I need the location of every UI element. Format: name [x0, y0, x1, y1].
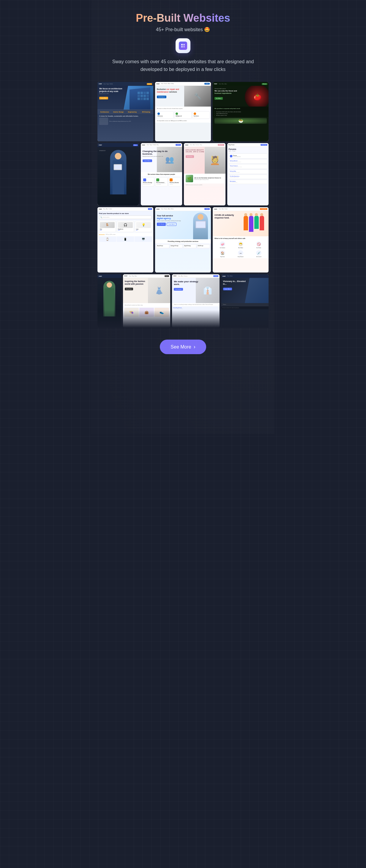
car-body: We want to reduce the risk of break down…: [157, 108, 209, 110]
biz-headline: Changing the way to do business.: [143, 150, 169, 155]
page-header: Pre-Built Websites 45+ Pre-built website…: [97, 12, 269, 73]
sway-logo-icon: [180, 43, 186, 48]
card-visionary[interactable]: SWAY Home About Visionary in... Elevated…: [221, 274, 269, 328]
svg-rect-1: [183, 44, 185, 45]
page-wrapper: Pre-Built Websites 45+ Pre-built website…: [91, 0, 275, 434]
card-guy-tablet[interactable]: SWAY Menu Strategy: [97, 143, 139, 206]
svg-rect-3: [183, 46, 185, 48]
agency-cta1[interactable]: Get Started: [157, 223, 166, 226]
card-shop[interactable]: SWAY Shop About Contact Cart Find your f…: [97, 207, 153, 273]
car-cta[interactable]: Get A Quote: [157, 96, 166, 98]
card-digital-agency[interactable]: SWAY Home Services About Works Contact: [155, 207, 211, 273]
header-description: Sway comes with over 45 complete website…: [109, 58, 257, 73]
arch-headline: We focus on architecture projects of any…: [99, 88, 124, 93]
covid-sub: What to do to keep yourself and others s…: [215, 238, 267, 239]
card-fashion[interactable]: SWAY Home Shop About New In 👗 Inspiring …: [123, 274, 170, 328]
svg-rect-2: [181, 46, 183, 48]
website-grid-row1: SWAY Home Pages Portfolio Contact: [97, 82, 269, 141]
covid-headline: COVID-19 solidarity response fund.: [215, 214, 241, 219]
card-worker[interactable]: SWAY: [97, 274, 121, 328]
card-forum[interactable]: Sway Forum Create Topic Forums Home → Fo…: [227, 143, 269, 206]
fashion-sub: A small and curvaceous false step: [125, 304, 168, 306]
see-more-label: See More: [171, 344, 191, 350]
sway-icon-box: [175, 38, 191, 53]
card-covid[interactable]: SWAY Home About Donate Donate Now: [213, 207, 269, 273]
fashion-headline: Inspiring the fashion world with passion: [125, 280, 150, 285]
agency-cta2[interactable]: Learn More: [167, 223, 176, 226]
forum-title: Forums: [229, 148, 268, 150]
card-architecture[interactable]: SWAY Home Pages Portfolio Contact: [97, 82, 153, 141]
agency-headline: digital agency.: [157, 217, 181, 220]
arch-cta[interactable]: Learn More: [99, 97, 108, 99]
page-title: Pre-Built Websites: [97, 12, 269, 24]
food-cta[interactable]: Our Menu: [215, 97, 223, 100]
svg-rect-0: [181, 44, 183, 45]
card-beauty-salon[interactable]: SWAY Home About Services Shop Book Now 💆: [184, 143, 225, 206]
see-more-button[interactable]: See More ›: [160, 340, 206, 354]
card-strategy[interactable]: SWAY Home About Services Contact 👔 We ma…: [172, 274, 219, 328]
shop-headline: Find your favorite product in our store: [99, 213, 152, 215]
beauty-cta[interactable]: Book Now: [186, 155, 194, 158]
website-grid-row3: SWAY Shop About Contact Cart Find your f…: [97, 207, 269, 273]
card-business[interactable]: SWAY Home Pages Portfolio Blog Contact 👥: [141, 143, 182, 206]
agency-sub: Providing strategy and production servic…: [157, 241, 209, 242]
card-food[interactable]: SWAY Home Menu About Reserve 🍅 Catering …: [213, 82, 269, 141]
visionary-cta[interactable]: Learn More: [223, 288, 232, 290]
header-subtitle: 45+ Pre-built websites 🤩: [97, 27, 269, 32]
website-grid-row4: SWAY SWAY Home: [97, 274, 269, 328]
biz-cta[interactable]: Learn More: [143, 159, 152, 162]
see-more-arrow: ›: [194, 344, 195, 350]
strategy-headline: We make your strategy work.: [174, 280, 200, 286]
visionary-headline: Visionary in... Elevated in...: [223, 280, 250, 285]
sway-icon-inner: [179, 41, 187, 50]
fashion-cta[interactable]: Shop Now: [125, 288, 133, 290]
strategy-sub: Sway is a consulting boutique working in…: [174, 304, 218, 306]
strategy-cta[interactable]: Get Started: [174, 288, 183, 290]
card-car-repair[interactable]: SWAY Home Services About Gallery Contact…: [155, 82, 211, 141]
see-more-section: See More ›: [97, 340, 269, 354]
website-grid-row2: SWAY Menu Strategy: [97, 143, 269, 206]
partial-row-wrapper: SWAY SWAY Home: [97, 274, 269, 328]
arch-subtext: Architecture firm in NYC: [99, 93, 124, 94]
